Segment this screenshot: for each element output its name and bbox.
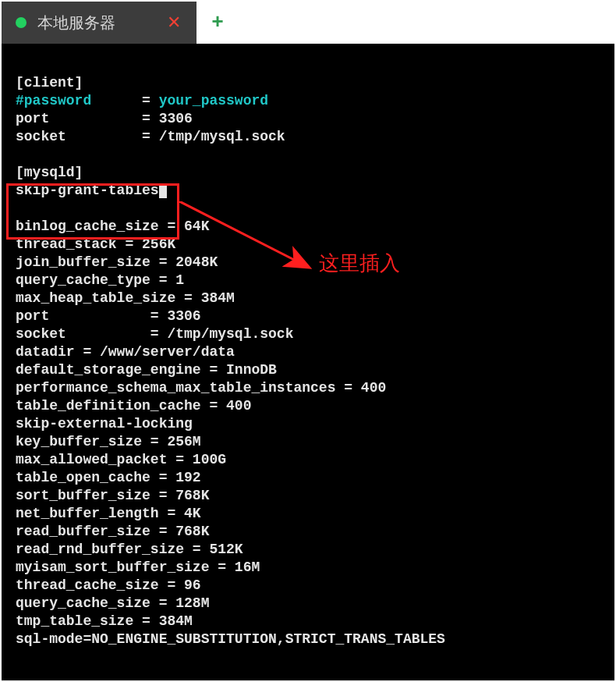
config-line: sql-mode=NO_ENGINE_SUBSTITUTION,STRICT_T…	[16, 631, 445, 647]
text-cursor-icon	[159, 184, 167, 198]
config-line: query_cache_type = 1	[16, 272, 184, 288]
config-password-val: your_password	[159, 93, 268, 108]
config-password-key: #password	[16, 93, 91, 108]
config-socket-val: /tmp/mysql.sock	[159, 129, 285, 144]
config-line: binlog_cache_size = 64K	[16, 218, 209, 234]
config-line: tmp_table_size = 384M	[16, 613, 193, 629]
close-tab-icon[interactable]: ✕	[162, 14, 186, 31]
config-line: default_storage_engine = InnoDB	[16, 362, 277, 378]
config-line: port = 3306	[16, 308, 201, 324]
config-line: sort_buffer_size = 768K	[16, 488, 209, 503]
config-line: query_cache_size = 128M	[16, 595, 209, 611]
terminal-window: 本地服务器 ✕ + [client] #password = your_pass…	[2, 2, 614, 680]
config-line: thread_stack = 256K	[16, 236, 175, 252]
plus-icon: +	[211, 11, 224, 34]
config-line: myisam_sort_buffer_size = 16M	[16, 559, 260, 575]
annotation-text: 这里插入	[319, 254, 400, 272]
config-line: join_buffer_size = 2048K	[16, 254, 218, 270]
config-skip-grant: skip-grant-tables	[16, 183, 159, 198]
config-line: performance_schema_max_table_instances =…	[16, 380, 386, 396]
config-line: read_rnd_buffer_size = 512K	[16, 542, 243, 557]
config-line: key_buffer_size = 256M	[16, 434, 201, 449]
new-tab-button[interactable]: +	[196, 2, 239, 44]
tab-title: 本地服务器	[37, 12, 151, 34]
config-port-key: port	[16, 111, 49, 126]
config-line: socket = /tmp/mysql.sock	[16, 326, 293, 342]
config-line: max_heap_table_size = 384M	[16, 290, 235, 306]
tab-bar: 本地服务器 ✕ +	[2, 2, 614, 44]
config-line: datadir = /www/server/data	[16, 344, 235, 360]
terminal-content[interactable]: [client] #password = your_password port …	[2, 44, 614, 680]
tab-local-server[interactable]: 本地服务器 ✕	[2, 2, 196, 44]
config-line: skip-external-locking	[16, 416, 193, 432]
tab-status-dot-icon	[16, 17, 27, 28]
config-line: read_buffer_size = 768K	[16, 524, 209, 539]
config-socket-key: socket	[16, 129, 66, 144]
config-line: net_buffer_length = 4K	[16, 506, 201, 521]
config-line: table_definition_cache = 400	[16, 398, 251, 414]
config-client-header: [client]	[16, 75, 83, 91]
config-port-val: 3306	[159, 111, 193, 126]
config-mysqld-header: [mysqld]	[16, 165, 83, 180]
config-line: table_open_cache = 192	[16, 470, 201, 485]
config-line: thread_cache_size = 96	[16, 577, 201, 593]
config-line: max_allowed_packet = 100G	[16, 452, 226, 467]
